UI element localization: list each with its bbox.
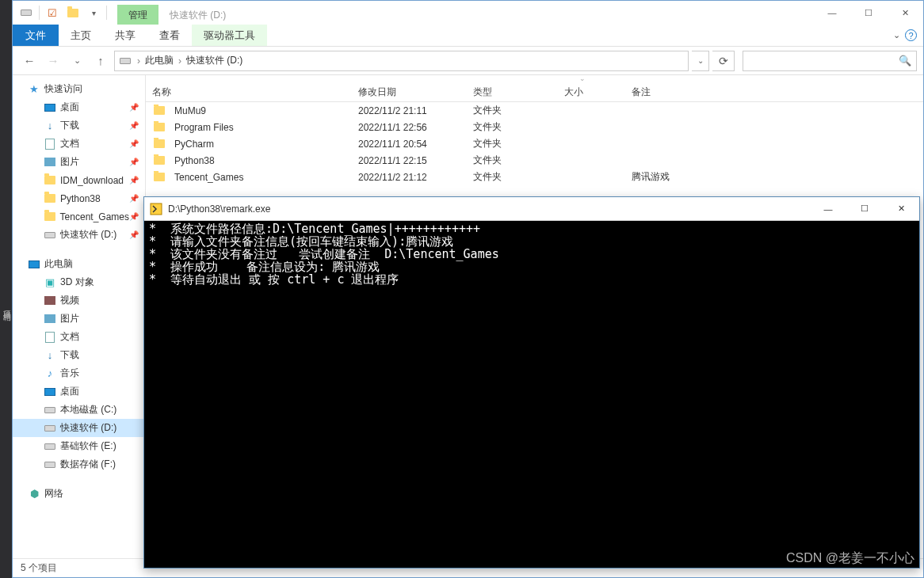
- col-name[interactable]: 名称: [146, 82, 352, 101]
- console-titlebar[interactable]: D:\Python38\remark.exe ― ☐ ✕: [144, 197, 919, 221]
- breadcrumb-this-pc[interactable]: 此电脑: [142, 54, 177, 67]
- sidebar-network[interactable]: ⬢网络: [13, 485, 145, 503]
- separator: [106, 6, 107, 20]
- breadcrumb-current[interactable]: 快速软件 (D:): [183, 54, 246, 67]
- pic-icon: [43, 313, 57, 325]
- col-type[interactable]: 类型: [467, 82, 558, 101]
- drive-icon: [43, 422, 57, 435]
- checkbox-icon[interactable]: ☑: [44, 4, 61, 21]
- sidebar-item-label: 下载: [60, 348, 79, 362]
- tab-share[interactable]: 共享: [103, 25, 147, 46]
- sidebar-item[interactable]: 文档📌: [13, 135, 145, 153]
- folder-icon: [152, 138, 166, 150]
- refresh-button[interactable]: ⟳: [712, 51, 735, 71]
- sidebar-item-label: Tencent_Games: [60, 211, 129, 222]
- sidebar-item-label: 3D 对象: [60, 276, 94, 289]
- address-dropdown[interactable]: ⌄: [692, 51, 709, 71]
- file-type: 文件夹: [467, 104, 558, 117]
- sidebar-item[interactable]: IDM_download📌: [13, 171, 145, 189]
- sidebar-item[interactable]: Tencent_Games📌: [13, 207, 145, 226]
- breadcrumb-sep-icon[interactable]: ›: [136, 55, 142, 67]
- breadcrumb-sep-icon[interactable]: ›: [177, 55, 183, 67]
- sidebar-item[interactable]: 视频: [13, 291, 145, 310]
- pic-icon: [43, 156, 57, 169]
- back-button[interactable]: ←: [19, 51, 40, 71]
- sidebar-item[interactable]: ↓下载📌: [13, 116, 145, 135]
- col-size[interactable]: 大小: [558, 82, 625, 101]
- table-row[interactable]: Tencent_Games2022/11/2 21:12文件夹腾讯游戏: [146, 169, 923, 185]
- pin-icon: 📌: [129, 230, 139, 239]
- ribbon-expand-icon[interactable]: ⌄: [893, 30, 900, 40]
- address-bar: ← → ⌄ ↑ › 此电脑 › 快速软件 (D:) ⌄ ⟳ 🔍: [13, 47, 923, 75]
- folder-icon: [152, 121, 166, 134]
- address-input[interactable]: › 此电脑 › 快速软件 (D:): [114, 51, 689, 71]
- monitor-icon: [43, 386, 57, 398]
- sidebar-item-label: 桌面: [60, 385, 79, 398]
- sidebar-item[interactable]: ↓下载: [13, 346, 145, 364]
- sidebar-item[interactable]: ▣3D 对象: [13, 273, 145, 291]
- sidebar-item-label: 图片: [60, 155, 79, 169]
- folder-icon: [43, 174, 57, 187]
- app-icon: [149, 202, 163, 216]
- qat-dropdown-icon[interactable]: ▾: [85, 4, 102, 21]
- table-row[interactable]: Program Files2022/11/1 22:56文件夹: [146, 119, 923, 135]
- maximize-button[interactable]: ☐: [850, 1, 887, 25]
- music-icon: ♪: [43, 367, 57, 380]
- drive-icon: [43, 404, 57, 416]
- network-icon: ⬢: [27, 488, 41, 500]
- file-name: MuMu9: [174, 105, 206, 116]
- tab-home[interactable]: 主页: [59, 25, 103, 46]
- sidebar-item[interactable]: 基础软件 (E:): [13, 437, 145, 455]
- tab-drive-tools[interactable]: 驱动器工具: [192, 25, 267, 46]
- tab-view[interactable]: 查看: [147, 25, 192, 46]
- col-remark[interactable]: 备注: [625, 82, 784, 101]
- file-date: 2022/11/2 21:12: [352, 172, 467, 183]
- forward-button[interactable]: →: [43, 51, 63, 71]
- table-row[interactable]: MuMu92022/11/2 21:11文件夹: [146, 102, 923, 119]
- sidebar-item[interactable]: Python38📌: [13, 189, 145, 207]
- sidebar-item[interactable]: 桌面📌: [13, 98, 145, 116]
- console-maximize-button[interactable]: ☐: [846, 197, 883, 221]
- recent-button[interactable]: ⌄: [67, 51, 87, 71]
- doc-icon: [43, 138, 57, 150]
- drive-icon: [118, 54, 132, 68]
- column-resizer[interactable]: ⌄: [241, 75, 923, 82]
- table-row[interactable]: PyCharm2022/11/1 20:54文件夹: [146, 135, 923, 152]
- sidebar-this-pc[interactable]: 此电脑: [13, 255, 145, 273]
- navigation-pane[interactable]: ★快速访问 桌面📌↓下载📌文档📌图片📌IDM_download📌Python38…: [13, 75, 146, 558]
- sidebar-item[interactable]: 文档: [13, 328, 145, 346]
- sidebar-item[interactable]: 数据存储 (F:): [13, 455, 145, 473]
- file-name: Program Files: [174, 122, 234, 133]
- folder-icon: [152, 154, 166, 167]
- star-icon: ★: [27, 83, 41, 96]
- console-output[interactable]: * 系统文件路径信息:D:\Tencent_Games|++++++++++++…: [144, 221, 919, 568]
- file-remark: 腾讯游戏: [625, 170, 784, 184]
- close-button[interactable]: ✕: [887, 1, 923, 25]
- sidebar-item[interactable]: 桌面: [13, 382, 145, 401]
- manage-context-tab[interactable]: 管理: [117, 5, 158, 25]
- console-close-button[interactable]: ✕: [883, 197, 919, 221]
- help-icon[interactable]: ?: [905, 29, 917, 41]
- sidebar-item[interactable]: 快速软件 (D:): [13, 419, 145, 437]
- table-row[interactable]: Python382022/11/1 22:15文件夹: [146, 152, 923, 169]
- file-tab[interactable]: 文件: [13, 25, 59, 46]
- titlebar: ☑ ▾ 管理 快速软件 (D:) ― ☐ ✕: [13, 1, 923, 25]
- sidebar-item[interactable]: 图片: [13, 310, 145, 328]
- search-input[interactable]: 🔍: [743, 51, 917, 71]
- file-name: PyCharm: [174, 139, 214, 150]
- console-minimize-button[interactable]: ―: [810, 197, 846, 221]
- sidebar-item-label: 视频: [60, 294, 79, 307]
- sidebar-item-label: 基础软件 (E:): [60, 439, 116, 453]
- minimize-button[interactable]: ―: [814, 1, 850, 25]
- folder-icon: [43, 211, 57, 223]
- sidebar-item[interactable]: 快速软件 (D:)📌: [13, 226, 145, 244]
- sidebar-item[interactable]: 本地磁盘 (C:): [13, 401, 145, 419]
- sidebar-item-label: 下载: [60, 119, 79, 132]
- folder-qat-icon[interactable]: [64, 4, 82, 21]
- col-date[interactable]: 修改日期: [352, 82, 467, 101]
- sidebar-item[interactable]: 图片📌: [13, 153, 145, 171]
- sidebar-quick-access[interactable]: ★快速访问: [13, 80, 145, 98]
- up-button[interactable]: ↑: [90, 51, 111, 71]
- sidebar-item[interactable]: ♪音乐: [13, 364, 145, 382]
- pin-icon: 📌: [129, 158, 139, 166]
